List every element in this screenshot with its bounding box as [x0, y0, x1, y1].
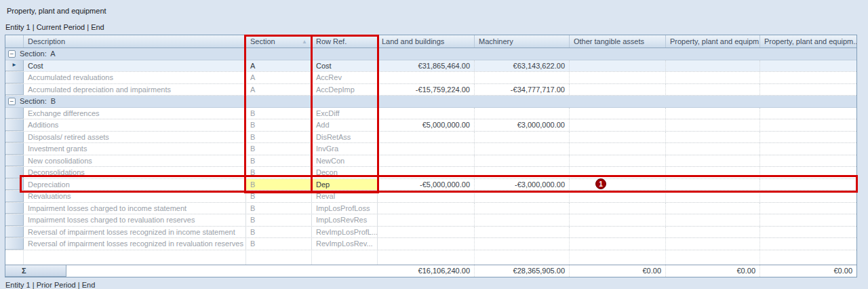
table-row[interactable]: ► Cost A Cost €31,865,464.00 €63,143,622…: [5, 60, 856, 73]
row-selector[interactable]: [5, 203, 24, 214]
cell-ppe-2[interactable]: [760, 227, 856, 238]
column-header-description[interactable]: Description: [24, 35, 246, 47]
table-row[interactable]: Accumulated revaluations A AccRev: [5, 72, 856, 84]
cell-description[interactable]: Additions: [24, 119, 246, 131]
cell-section[interactable]: B: [246, 203, 312, 214]
collapse-icon[interactable]: −: [8, 50, 16, 58]
cell-ppe-1[interactable]: [666, 72, 760, 83]
cell-other-tangible-assets[interactable]: [570, 119, 666, 131]
cell-description[interactable]: Accumulated revaluations: [24, 72, 246, 83]
cell-ppe-2[interactable]: [760, 72, 856, 83]
cell-ppe-2[interactable]: [760, 84, 856, 96]
cell-row-ref[interactable]: Decon: [312, 167, 378, 178]
cell-other-tangible-assets[interactable]: [570, 167, 666, 178]
table-row[interactable]: Disposals/ retired assets B DisRetAss: [5, 132, 856, 144]
cell-description[interactable]: Cost: [24, 60, 246, 72]
column-header-section[interactable]: Section▲: [246, 35, 312, 47]
cell-ppe-2[interactable]: [760, 108, 856, 119]
cell-other-tangible-assets[interactable]: [570, 203, 666, 214]
row-selector[interactable]: [5, 167, 24, 178]
cell-ppe-1[interactable]: [666, 108, 760, 119]
cell-other-tangible-assets[interactable]: [570, 179, 666, 191]
cell-section[interactable]: B: [246, 108, 312, 119]
cell-land-and-buildings[interactable]: [378, 72, 475, 83]
cell-row-ref[interactable]: ImpLosProfLoss: [312, 203, 378, 214]
row-selector[interactable]: [5, 119, 24, 131]
cell-ppe-1[interactable]: [666, 132, 760, 143]
cell-ppe-2[interactable]: [760, 238, 856, 250]
cell-ppe-2[interactable]: [760, 203, 856, 214]
cell-ppe-2[interactable]: [760, 179, 856, 191]
table-row[interactable]: New consolidations B NewCon: [5, 155, 856, 168]
cell-other-tangible-assets[interactable]: [570, 214, 666, 226]
cell-ppe-1[interactable]: [666, 214, 760, 226]
table-row[interactable]: Impairment losses charged to revaluation…: [5, 214, 856, 227]
cell-other-tangible-assets[interactable]: [570, 191, 666, 202]
table-row[interactable]: Exchange differences B ExcDiff: [5, 108, 856, 120]
cell-other-tangible-assets[interactable]: [570, 143, 666, 155]
row-selector[interactable]: [5, 155, 24, 167]
cell-other-tangible-assets[interactable]: [570, 60, 666, 72]
group-row[interactable]: − Section: B: [5, 96, 856, 108]
cell-land-and-buildings[interactable]: [378, 214, 475, 226]
cell-land-and-buildings[interactable]: [378, 227, 475, 238]
cell-ppe-1[interactable]: [666, 179, 760, 191]
cell-other-tangible-assets[interactable]: [570, 132, 666, 143]
cell-section[interactable]: B: [246, 238, 312, 250]
cell-ppe-1[interactable]: [666, 143, 760, 155]
cell-land-and-buildings[interactable]: [378, 132, 475, 143]
cell-ppe-2[interactable]: [760, 167, 856, 178]
cell-ppe-1[interactable]: [666, 167, 760, 178]
cell-section[interactable]: B: [246, 132, 312, 143]
table-row[interactable]: Additions B Add €5,000,000.00 €3,000,000…: [5, 119, 856, 132]
cell-machinery[interactable]: [475, 227, 570, 238]
cell-ppe-2[interactable]: [760, 155, 856, 167]
cell-land-and-buildings[interactable]: [378, 191, 475, 202]
cell-other-tangible-assets[interactable]: [570, 72, 666, 83]
cell-section[interactable]: B: [246, 214, 312, 226]
table-row[interactable]: Deconsolidations B Decon: [5, 167, 856, 179]
cell-ppe-2[interactable]: [760, 214, 856, 226]
cell-machinery[interactable]: -€34,777,717.00: [475, 84, 570, 96]
row-selector[interactable]: [5, 143, 24, 155]
cell-other-tangible-assets[interactable]: [570, 227, 666, 238]
cell-machinery[interactable]: [475, 191, 570, 202]
cell-machinery[interactable]: [475, 108, 570, 119]
cell-ppe-2[interactable]: [760, 132, 856, 143]
cell-machinery[interactable]: [475, 203, 570, 214]
table-row[interactable]: Investment grants B InvGra: [5, 143, 856, 155]
cell-row-ref[interactable]: Dep: [312, 179, 378, 191]
cell-land-and-buildings[interactable]: [378, 203, 475, 214]
cell-land-and-buildings[interactable]: -€15,759,224.00: [378, 84, 475, 96]
cell-row-ref[interactable]: DisRetAss: [312, 132, 378, 143]
cell-machinery[interactable]: [475, 132, 570, 143]
cell-description[interactable]: Revaluations: [24, 191, 246, 202]
cell-ppe-1[interactable]: [666, 227, 760, 238]
cell-ppe-1[interactable]: [666, 155, 760, 167]
cell-section[interactable]: B: [246, 191, 312, 202]
cell-row-ref[interactable]: RevImpLosProfL...: [312, 227, 378, 238]
cell-section[interactable]: B: [246, 167, 312, 178]
cell-land-and-buildings[interactable]: [378, 167, 475, 178]
cell-ppe-2[interactable]: [760, 143, 856, 155]
cell-section[interactable]: B: [246, 155, 312, 167]
cell-section[interactable]: A: [246, 60, 312, 72]
cell-section[interactable]: B: [246, 179, 312, 191]
cell-ppe-1[interactable]: [666, 60, 760, 72]
table-row[interactable]: Revaluations B Reval: [5, 191, 856, 203]
cell-description[interactable]: Reversal of impairment losses recognized…: [24, 227, 246, 238]
column-header-row-ref[interactable]: Row Ref.: [312, 35, 378, 47]
cell-land-and-buildings[interactable]: [378, 155, 475, 167]
cell-land-and-buildings[interactable]: €31,865,464.00: [378, 60, 475, 72]
cell-ppe-1[interactable]: [666, 84, 760, 96]
cell-row-ref[interactable]: ExcDiff: [312, 108, 378, 119]
cell-machinery[interactable]: [475, 238, 570, 250]
column-header-land-and-buildings[interactable]: Land and buildings: [378, 35, 475, 47]
row-selector[interactable]: [5, 191, 24, 202]
cell-machinery[interactable]: [475, 167, 570, 178]
cell-ppe-1[interactable]: [666, 203, 760, 214]
cell-row-ref[interactable]: ImpLosRevRes: [312, 214, 378, 226]
cell-description[interactable]: Accumulated depreciation and impairments: [24, 84, 246, 96]
cell-land-and-buildings[interactable]: [378, 108, 475, 119]
cell-description[interactable]: Impairment losses charged to revaluation…: [24, 214, 246, 226]
